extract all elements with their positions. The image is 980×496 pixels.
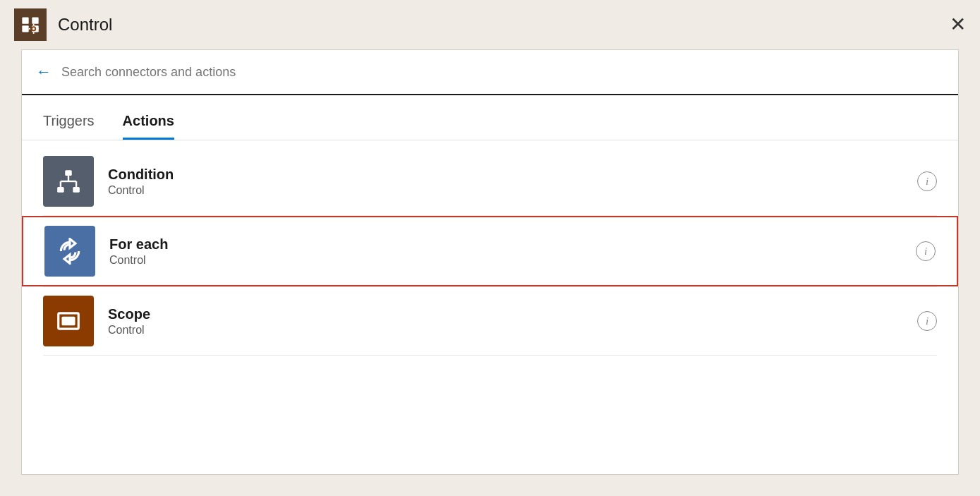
condition-text: Condition Control xyxy=(108,167,917,197)
search-input[interactable] xyxy=(61,65,944,80)
back-button[interactable]: ← xyxy=(36,63,52,81)
for-each-icon-svg xyxy=(56,238,83,265)
main-content: ← Triggers Actions xyxy=(21,49,959,475)
list-item-scope[interactable]: Scope Control i xyxy=(22,287,958,355)
panel: Control ✕ ← Triggers Actions xyxy=(0,0,980,496)
svg-point-5 xyxy=(32,28,35,30)
for-each-name: For each xyxy=(109,236,916,253)
scope-icon-svg xyxy=(55,308,82,334)
tab-triggers[interactable]: Triggers xyxy=(43,113,95,140)
for-each-info-icon[interactable]: i xyxy=(916,241,936,261)
tab-actions[interactable]: Actions xyxy=(123,113,174,140)
items-list: Condition Control i For each Contro xyxy=(22,140,958,474)
condition-icon xyxy=(43,156,94,207)
condition-name: Condition xyxy=(108,167,917,183)
for-each-subtitle: Control xyxy=(109,254,916,267)
for-each-text: For each Control xyxy=(109,236,916,267)
condition-info-icon[interactable]: i xyxy=(917,171,937,191)
svg-rect-12 xyxy=(73,187,79,193)
scope-subtitle: Control xyxy=(108,324,917,337)
list-item-for-each[interactable]: For each Control i xyxy=(22,216,958,286)
scope-icon xyxy=(43,296,94,346)
svg-rect-2 xyxy=(22,25,28,32)
page-title: Control xyxy=(58,15,950,35)
close-button[interactable]: ✕ xyxy=(950,15,966,35)
for-each-icon xyxy=(44,226,95,277)
gear-icon xyxy=(20,15,40,35)
condition-icon-svg xyxy=(55,168,82,195)
svg-rect-11 xyxy=(57,187,64,193)
svg-rect-18 xyxy=(62,317,75,326)
scope-name: Scope xyxy=(108,306,917,322)
svg-rect-0 xyxy=(22,18,28,24)
list-item-condition[interactable]: Condition Control i xyxy=(22,147,958,215)
tabs-container: Triggers Actions xyxy=(22,95,958,140)
condition-subtitle: Control xyxy=(108,184,917,197)
divider-3 xyxy=(43,355,937,356)
header-icon xyxy=(14,8,47,41)
search-bar: ← xyxy=(22,50,958,95)
svg-rect-10 xyxy=(65,170,72,176)
svg-rect-1 xyxy=(32,18,38,24)
scope-text: Scope Control xyxy=(108,306,917,337)
header: Control ✕ xyxy=(0,0,980,49)
scope-info-icon[interactable]: i xyxy=(917,311,937,331)
